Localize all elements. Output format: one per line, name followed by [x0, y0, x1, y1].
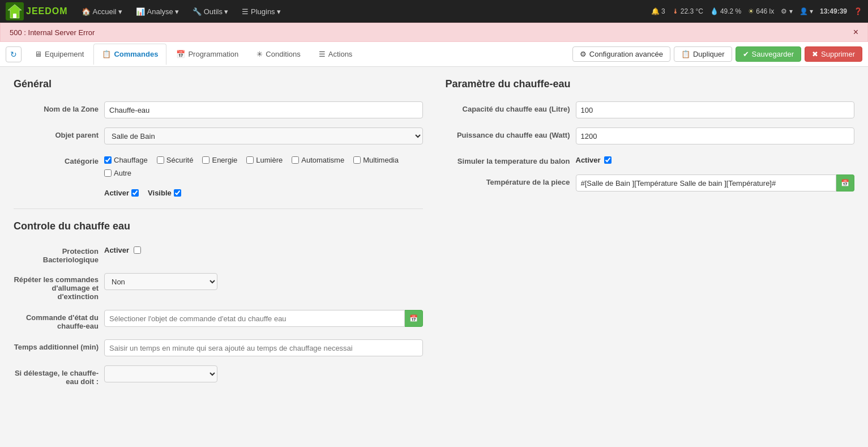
light-status: ☀ 646 lx [748, 7, 774, 15]
help-icon[interactable]: ❓ [854, 7, 862, 15]
repeter-label: Répéter les commandes d'allumage et d'ex… [14, 273, 99, 301]
cat-lumiere-checkbox[interactable] [246, 156, 254, 164]
cat-energie[interactable]: Energie [202, 156, 237, 164]
brand-name: JEEDOM [26, 6, 68, 16]
config-avancee-button[interactable]: ⚙ Configuration avancée [572, 46, 670, 62]
cat-securite-checkbox[interactable] [157, 156, 164, 164]
delestage-group: Si délestage, le chauffe-eau doit : [14, 365, 423, 386]
activer-check[interactable]: Activer [104, 189, 139, 197]
categorie-label: Catégorie [14, 154, 99, 165]
commande-etat-label: Commande d'état du chauffe-eau [14, 310, 99, 330]
puissance-label: Puissance du chauffe eau (Watt) [446, 127, 570, 139]
refresh-button[interactable]: ↻ [6, 46, 22, 62]
protection-group: Protection Bacteriologique Activer [14, 244, 423, 264]
cat-chauffage-checkbox[interactable] [104, 156, 112, 164]
cat-energie-checkbox[interactable] [202, 156, 209, 164]
categorie-checkboxes: Chauffage Sécurité Energie Lumière Autom… [104, 154, 423, 177]
activer-visible-group: Activer Visible [14, 186, 423, 197]
commande-etat-group: Commande d'état du chauffe-eau 📅 [14, 310, 423, 330]
protection-label: Protection Bacteriologique [14, 244, 99, 264]
objet-parent-group: Objet parent Salle de Bain [14, 127, 423, 144]
commande-etat-input[interactable] [104, 310, 405, 327]
accueil-chevron: ▾ [118, 7, 122, 16]
actions-tab-icon: ☰ [319, 50, 326, 58]
settings-icon[interactable]: ⚙ ▾ [781, 7, 792, 15]
visible-check[interactable]: Visible [148, 189, 181, 197]
simuler-group: Simuler la temperature du balon Activer [446, 154, 855, 165]
tab-commandes[interactable]: 📋 Commandes [93, 44, 166, 65]
simuler-checkbox[interactable] [604, 156, 612, 164]
objet-parent-select[interactable]: Salle de Bain [104, 127, 423, 144]
temperature-label: Température de la piece [446, 174, 570, 186]
tab-conditions[interactable]: ✳ Conditions [248, 44, 309, 65]
commandes-tab-icon: 📋 [102, 50, 111, 58]
section-divider [14, 208, 423, 209]
calendar-icon: 📅 [409, 314, 418, 322]
user-icon[interactable]: 👤 ▾ [799, 7, 813, 15]
tab-equipement[interactable]: 🖥 Equipement [26, 44, 92, 65]
main-content: Général Nom de la Zone Objet parent Sall… [0, 67, 868, 406]
delestage-select[interactable] [104, 365, 217, 382]
brand-logo: JEEDOM [6, 2, 68, 20]
svg-rect-2 [13, 14, 16, 18]
calendar2-icon: 📅 [841, 179, 849, 187]
temperature-input[interactable] [576, 174, 837, 191]
nom-zone-input[interactable] [104, 101, 423, 118]
temperature-picker-button[interactable]: 📅 [836, 174, 854, 191]
visible-checkbox[interactable] [174, 189, 181, 197]
plugins-chevron: ▾ [277, 7, 281, 16]
cat-securite[interactable]: Sécurité [157, 156, 194, 164]
supprimer-button[interactable]: ✖ Supprimer [805, 46, 862, 62]
outils-chevron: ▾ [224, 7, 228, 16]
cat-automatisme[interactable]: Automatisme [292, 156, 344, 164]
cat-autre-checkbox[interactable] [104, 169, 112, 177]
conditions-tab-icon: ✳ [256, 50, 263, 58]
cat-multimedia[interactable]: Multimedia [353, 156, 399, 164]
capacite-group: Capacité du chauffe eau (Litre) [446, 101, 855, 118]
error-banner: 500 : Internal Server Error × [0, 23, 868, 42]
repeter-group: Répéter les commandes d'allumage et d'ex… [14, 273, 423, 301]
puissance-input[interactable] [576, 127, 855, 144]
analyse-icon: 📊 [136, 7, 145, 16]
toolbar-actions: ⚙ Configuration avancée 📋 Dupliquer ✔ Sa… [572, 46, 862, 62]
config-icon: ⚙ [580, 50, 587, 58]
nom-zone-label: Nom de la Zone [14, 101, 99, 113]
analyse-chevron: ▾ [175, 7, 179, 16]
protection-checkbox[interactable] [134, 246, 141, 254]
outils-icon: 🔧 [193, 7, 202, 16]
tab-programmation[interactable]: 📅 Programmation [168, 44, 247, 65]
section-general: Général Nom de la Zone Objet parent Sall… [14, 78, 423, 395]
nav-accueil[interactable]: 🏠 Accueil ▾ [76, 0, 128, 23]
temperature-input-group: 📅 [576, 174, 855, 191]
cat-automatisme-checkbox[interactable] [292, 156, 299, 164]
clock: 13:49:39 [820, 7, 847, 15]
nav-analyse[interactable]: 📊 Analyse ▾ [130, 0, 185, 23]
sauvegarder-button[interactable]: ✔ Sauvegarder [736, 46, 801, 62]
capacite-input[interactable] [576, 101, 855, 118]
cat-chauffage[interactable]: Chauffage [104, 156, 148, 164]
tab-actions[interactable]: ☰ Actions [310, 44, 361, 65]
temps-additionnel-input[interactable] [104, 339, 423, 356]
parametres-title: Paramètre du chauffe-eau [446, 78, 855, 90]
activer-visible-checks: Activer Visible [104, 186, 423, 197]
plugins-icon: ☰ [242, 7, 249, 16]
activer-checkbox[interactable] [131, 189, 139, 197]
save-icon: ✔ [743, 50, 749, 58]
nav-plugins[interactable]: ☰ Plugins ▾ [236, 0, 287, 23]
cat-autre[interactable]: Autre [104, 169, 131, 177]
dupliquer-button[interactable]: 📋 Dupliquer [674, 46, 732, 62]
programmation-tab-icon: 📅 [176, 50, 185, 58]
equipement-tab-icon: 🖥 [35, 50, 42, 58]
commande-etat-input-group: 📅 [104, 310, 423, 327]
cat-multimedia-checkbox[interactable] [353, 156, 361, 164]
capacite-label: Capacité du chauffe eau (Litre) [446, 101, 570, 113]
protection-activer: Activer [104, 244, 141, 254]
temps-additionnel-group: Temps additionnel (min) [14, 339, 423, 356]
error-close-button[interactable]: × [853, 28, 858, 37]
temps-additionnel-label: Temps additionnel (min) [14, 339, 99, 351]
repeter-select[interactable]: Non Oui [104, 273, 217, 290]
commande-etat-picker-button[interactable]: 📅 [405, 310, 423, 327]
cat-lumiere[interactable]: Lumière [246, 156, 283, 164]
nav-outils[interactable]: 🔧 Outils ▾ [187, 0, 234, 23]
categorie-group: Catégorie Chauffage Sécurité Energie Lum… [14, 154, 423, 177]
